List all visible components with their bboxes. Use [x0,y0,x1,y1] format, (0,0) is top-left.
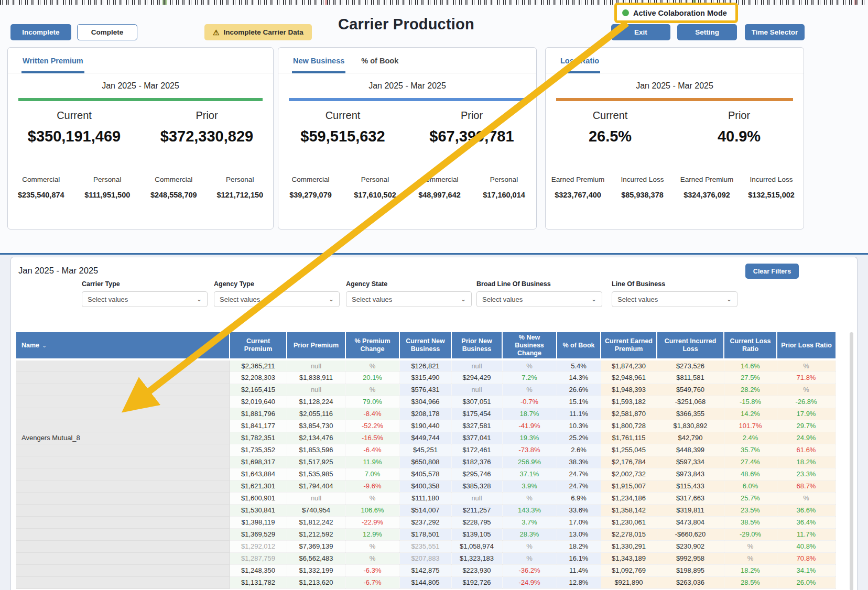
table-row[interactable]: $1,248,350$1,332,199-6.3%$142,875$223,93… [16,564,836,576]
table-cell: $144,805 [399,576,451,588]
table-row[interactable]: $2,165,415null%$576,431null%26.6%$1,948,… [16,384,836,396]
row-name-cell [16,359,230,372]
table-cell: $1,948,393 [601,384,657,396]
current-value: $59,515,632 [278,128,407,145]
column-header-current-incurred-loss[interactable]: Current Incurred Loss [657,332,724,359]
table-cell: 17.9% [777,408,836,420]
stat-value: $132,515,002 [739,191,804,199]
tab-new-business[interactable]: New Business [292,48,345,73]
agency-state-select[interactable]: Select values⌄ [346,291,472,307]
table-cell: $1,812,242 [287,516,345,528]
table-cell: 7.0% [345,468,399,480]
table-cell: null [287,384,345,396]
column-header--new-business-change[interactable]: % New Business Change [502,332,557,359]
table-cell: $182,376 [451,456,502,468]
table-cell: null [451,384,502,396]
table-row[interactable]: $1,600,901null%$111,180null%6.9%$1,234,1… [16,492,836,504]
table-row[interactable]: $1,287,759$6,562,483%$207,883$1,323,183%… [16,552,836,564]
table-cell: $549,760 [657,384,724,396]
stat-label: Commercial [140,176,207,183]
table-cell: % [345,384,399,396]
card-period: Jan 2025 - Mar 2025 [8,81,273,91]
tab-percent-of-book[interactable]: % of Book [360,48,399,73]
time-selector-button[interactable]: Time Selector [745,24,805,40]
table-cell: 40.8% [777,540,836,552]
column-header-prior-new-business[interactable]: Prior New Business [451,332,502,359]
table-row[interactable]: $1,530,841$740,954106.6%$514,007$211,257… [16,504,836,516]
table-cell: $597,334 [657,456,724,468]
table-cell: $1,128,224 [287,396,345,408]
row-name-cell [16,468,230,480]
column-header-prior-loss-ratio[interactable]: Prior Loss Ratio [777,332,836,359]
select-placeholder: Select values [220,296,260,303]
column-header--premium-change[interactable]: % Premium Change [345,332,399,359]
table-cell: 34.1% [777,564,836,576]
table-cell: $207,883 [399,552,451,564]
table-row[interactable]: $1,292,012$7,369,139%$235,551$1,058,974%… [16,540,836,552]
chevron-down-icon: ⌄ [329,296,334,303]
prior-value: 40.9% [675,128,804,145]
table-cell: 27.4% [724,456,777,468]
table-cell: -6.7% [345,576,399,588]
table-cell: $6,562,483 [287,552,345,564]
table-cell: $1,838,911 [287,372,345,384]
table-row[interactable]: $2,019,640$1,128,22479.0%$304,966$307,05… [16,396,836,408]
column-header-current-new-business[interactable]: Current New Business [399,332,451,359]
table-row[interactable]: $1,881,796$2,055,116-8.4%$208,178$175,45… [16,408,836,420]
table-cell: null [451,492,502,504]
column-header--of-book[interactable]: % of Book [557,332,601,359]
table-cell: null [451,359,502,372]
column-header-current-loss-ratio[interactable]: Current Loss Ratio [724,332,777,359]
table-row[interactable]: $1,841,177$3,854,730-52.2%$190,440$327,5… [16,420,836,432]
table-cell: 24.7% [557,468,601,480]
clear-filters-button[interactable]: Clear Filters [745,264,799,279]
table-cell: $1,735,352 [230,444,287,456]
setting-button[interactable]: Setting [677,24,737,40]
table-cell: $1,323,183 [451,552,502,564]
table-cell: $1,369,529 [230,528,287,540]
carrier-type-select[interactable]: Select values⌄ [82,291,208,307]
tab-loss-ratio[interactable]: Loss Ratio [559,48,600,73]
table-cell: % [345,540,399,552]
incomplete-button[interactable]: Incomplete [10,24,71,40]
column-header-name[interactable]: Name⌄ [16,332,230,359]
table-cell: $175,454 [451,408,502,420]
table-row[interactable]: $2,365,211null%$126,821null%5.4%$1,874,2… [16,359,836,372]
table-cell: $2,002,732 [601,468,657,480]
table-row[interactable]: $1,698,317$1,517,92511.9%$650,808$182,37… [16,456,836,468]
table-cell: $295,746 [451,468,502,480]
table-cell: $2,208,303 [230,372,287,384]
orange-accent-bar [556,98,793,101]
table-cell: $973,843 [657,468,724,480]
table-row[interactable]: $1,369,529$1,212,59212.9%$178,501$139,10… [16,528,836,540]
filter-agency-type: Agency Type Select values⌄ [214,280,340,307]
table-cell: $115,433 [657,480,724,492]
exit-button[interactable]: Exit [611,24,670,40]
table-cell: 23.3% [777,468,836,480]
table-cell: 18.2% [557,540,601,552]
agency-type-select[interactable]: Select values⌄ [214,291,340,307]
table-row[interactable]: $1,398,119$1,812,242-22.9%$237,292$228,7… [16,516,836,528]
table-cell: % [777,359,836,372]
complete-button[interactable]: Complete [77,24,137,40]
table-row[interactable]: $1,621,301$1,794,404-9.6%$400,358$385,32… [16,480,836,492]
table-cell: -6.4% [345,444,399,456]
column-header-current-earned-premium[interactable]: Current Earned Premium [601,332,657,359]
table-row[interactable]: $1,643,884$1,535,9857.0%$405,578$295,746… [16,468,836,480]
column-header-prior-premium[interactable]: Prior Premium [287,332,345,359]
table-cell: -24.9% [502,576,557,588]
table-cell: $992,958 [657,552,724,564]
table-row[interactable]: Avengers Mutual_8$1,782,351$2,134,476-16… [16,432,836,444]
table-row[interactable]: $1,131,782$1,213,620-6.7%$144,805$192,72… [16,576,836,588]
column-header-current-premium[interactable]: Current Premium [230,332,287,359]
table-row[interactable]: $2,208,303$1,838,91120.1%$315,490$294,42… [16,372,836,384]
line-of-business-select[interactable]: Select values⌄ [612,291,737,307]
table-cell: $1,358,142 [601,504,657,516]
table-row[interactable]: $1,735,352$1,853,596-6.4%$45,251$172,461… [16,444,836,456]
broad-line-of-business-select[interactable]: Select values⌄ [476,291,602,307]
vertical-scrollbar[interactable] [850,332,853,590]
table-cell: 13.0% [557,528,601,540]
table-cell: $473,804 [657,516,724,528]
tab-written-premium[interactable]: Written Premium [21,48,84,73]
table-cell: $2,134,476 [287,432,345,444]
